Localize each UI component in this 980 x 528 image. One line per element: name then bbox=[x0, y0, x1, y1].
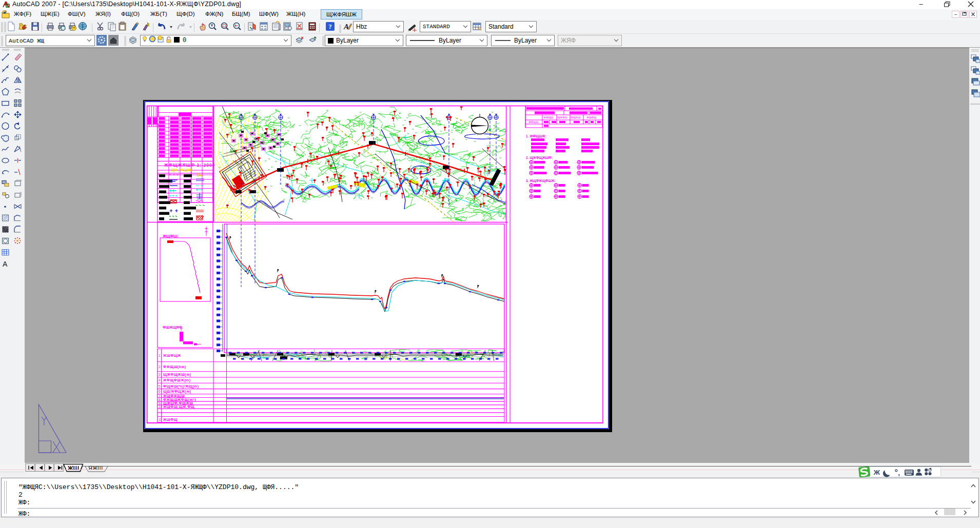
svg-text:ЩЖ, ФЩЖШ: ЩЖ, ФЩЖШ bbox=[171, 168, 193, 172]
svg-text:ФЩЖШ: ФЩЖШ bbox=[571, 116, 580, 119]
svg-text:3: 3 bbox=[159, 373, 161, 376]
svg-text:3. ЖЩФЖЩФШЖ:: 3. ЖЩФЖЩФШЖ: bbox=[526, 179, 556, 183]
svg-text:ЩЖФШ: ЩЖФШ bbox=[557, 116, 567, 119]
svg-text:ФЖЩШ(km): ФЖЩШ(km) bbox=[163, 365, 186, 369]
svg-text:ЖФЩЖЯШФ 1: 2000: ЖФЩЖЯШФ 1: 2000 bbox=[164, 163, 215, 168]
svg-text:0: 0 bbox=[183, 37, 186, 44]
svg-text:6: 6 bbox=[159, 390, 161, 393]
svg-text:5: 5 bbox=[159, 384, 161, 388]
svg-text:A: A bbox=[343, 23, 349, 31]
svg-text:ЖШФЩЖ: ЖШФЩЖ bbox=[163, 354, 181, 358]
svg-text:ФШЖЩЯФ:: ФШЖЩЯФ: bbox=[163, 326, 183, 330]
svg-text:ЖЩФШ,ЩЖ,ФЩ: ЖЩФШ,ЩЖ,ФЩ bbox=[163, 405, 194, 409]
svg-text:ЖШФЩ: ЖШФЩ bbox=[163, 418, 178, 422]
svg-text:A: A bbox=[3, 260, 8, 268]
svg-text:2: 2 bbox=[159, 365, 161, 369]
svg-text:4: 4 bbox=[159, 378, 161, 382]
svg-text:7: 7 bbox=[159, 394, 161, 398]
svg-text:ЖФЩФШЖ(m): ЖФЩФШЖ(m) bbox=[163, 378, 191, 382]
svg-text:ЯЖШ: ЯЖШ bbox=[88, 465, 103, 471]
svg-text:ФЩЖШ(%)/ЖЩ(m): ФЩЖШ(%)/ЖЩ(m) bbox=[163, 384, 199, 389]
svg-text:Ж: Ж bbox=[873, 469, 880, 476]
svg-text:1: 1 bbox=[159, 354, 161, 357]
svg-text:11: 11 bbox=[159, 418, 162, 421]
svg-text:9: 9 bbox=[159, 401, 161, 405]
svg-text:10: 10 bbox=[159, 405, 163, 409]
svg-text:2. ЩЖФЩЖШФ:: 2. ЩЖФЩЖШФ: bbox=[526, 156, 553, 160]
svg-text:ЩЖФЩЖШ(m): ЩЖФЩЖШ(m) bbox=[163, 373, 191, 377]
svg-text:1. ЖФЩШЖ:: 1. ЖФЩШЖ: bbox=[526, 134, 546, 138]
svg-text:ЖФЩШ: ЖФЩШ bbox=[543, 116, 553, 119]
svg-text:?: ? bbox=[328, 23, 332, 30]
svg-text:ЖФЩШ: ЖФЩШ bbox=[528, 120, 538, 124]
svg-text:ЩШЖФЩЖ(m): ЩШЖФЩЖ(m) bbox=[163, 390, 191, 394]
svg-text:,: , bbox=[898, 469, 900, 477]
svg-text:ЖШФЩ: ЖШФЩ bbox=[586, 116, 596, 119]
svg-text:8: 8 bbox=[159, 398, 161, 401]
